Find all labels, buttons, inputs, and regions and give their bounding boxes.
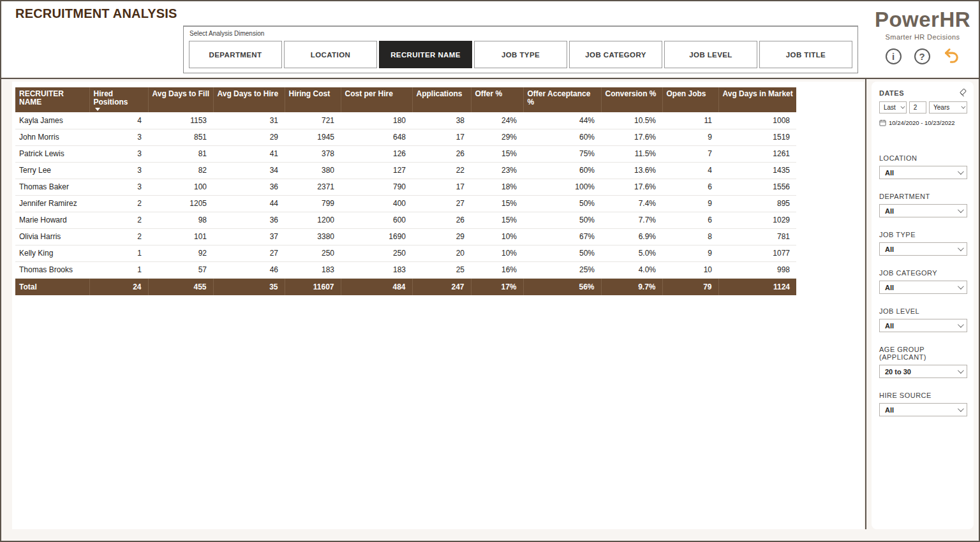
dimension-button-job-type[interactable]: JOB TYPE <box>474 41 567 68</box>
brand-logo: PowerHR <box>870 8 975 32</box>
value-cell: 2 <box>89 228 148 245</box>
table-row-jennifer-ramirez[interactable]: Jennifer Ramirez21205447994002715%50%7.4… <box>15 195 796 212</box>
column-header-applications[interactable]: Applications <box>412 87 471 112</box>
filter-dropdown-job-category[interactable]: All <box>879 281 967 294</box>
column-header-offer-acceptance[interactable]: Offer Acceptance % <box>523 87 601 112</box>
value-cell: 26 <box>412 145 471 162</box>
table-total-row: Total24455351160748424717%56%9.7%791124 <box>15 278 796 295</box>
filter-dropdown-job-type[interactable]: All <box>879 242 967 256</box>
recruiter-name-cell: John Morris <box>15 129 89 145</box>
filter-group-age-group-applicant: AGE GROUP (APPLICANT)20 to 30 <box>879 346 967 378</box>
header-divider <box>1 78 979 79</box>
table-row-patrick-lewis[interactable]: Patrick Lewis381413781262615%75%11.5%712… <box>15 145 796 162</box>
value-cell: 3380 <box>285 228 341 245</box>
value-cell: 1200 <box>285 212 341 228</box>
total-value-cell: 247 <box>412 278 471 295</box>
filter-dropdown-department[interactable]: All <box>879 204 967 217</box>
info-icon[interactable]: i <box>886 48 902 64</box>
header: RECRUITMENT ANALYSIS Select Analysis Dim… <box>1 1 979 77</box>
column-header-conversion[interactable]: Conversion % <box>601 87 662 112</box>
value-cell: 25% <box>523 261 601 278</box>
column-header-recruiter-name[interactable]: RECRUITER NAME <box>15 87 89 112</box>
recruiter-name-cell: Marie Howard <box>15 212 89 228</box>
chevron-down-icon <box>958 207 964 213</box>
filter-dropdown-location[interactable]: All <box>879 166 967 179</box>
value-cell: 8 <box>662 228 718 245</box>
table-row-terry-lee[interactable]: Terry Lee382343801272223%60%13.6%41435 <box>15 162 796 179</box>
filter-label-job-level: JOB LEVEL <box>879 307 967 315</box>
recruiter-name-cell: Olivia Harris <box>15 228 89 245</box>
value-cell: 34 <box>213 162 285 179</box>
filter-dropdown-job-level[interactable]: All <box>879 319 967 332</box>
table-row-olivia-harris[interactable]: Olivia Harris210137338016902910%67%6.9%8… <box>15 228 796 245</box>
value-cell: 3 <box>89 145 148 162</box>
value-cell: 400 <box>341 195 412 212</box>
value-cell: 18% <box>471 179 523 195</box>
dimension-button-department[interactable]: DEPARTMENT <box>189 41 282 68</box>
column-header-avg-days-to-fill[interactable]: Avg Days to Fill <box>148 87 213 112</box>
page-title: RECRUITMENT ANALYSIS <box>15 6 177 21</box>
clear-filter-eraser-icon[interactable] <box>959 89 967 97</box>
column-header-avg-days-in-market[interactable]: Avg Days in Market <box>718 87 796 112</box>
dates-unit-dropdown[interactable]: Years <box>929 101 967 114</box>
dates-value-input[interactable]: 2 <box>909 101 926 114</box>
value-cell: 67% <box>523 228 601 245</box>
value-cell: 721 <box>285 112 341 129</box>
table-row-kayla-james[interactable]: Kayla James41153317211803824%44%10.5%111… <box>15 112 796 129</box>
table-row-john-morris[interactable]: John Morris38512919456481729%60%17.6%915… <box>15 129 796 145</box>
dates-header: DATES <box>879 89 967 97</box>
recruiter-name-cell: Kayla James <box>15 112 89 129</box>
value-cell: 895 <box>718 195 796 212</box>
filter-dropdown-hire-source[interactable]: All <box>879 403 967 416</box>
filter-value: All <box>885 284 894 291</box>
recruiter-name-cell: Thomas Brooks <box>15 261 89 278</box>
value-cell: 50% <box>523 195 601 212</box>
column-header-avg-days-to-hire[interactable]: Avg Days to Hire <box>213 87 285 112</box>
value-cell: 7 <box>662 145 718 162</box>
column-header-hiring-cost[interactable]: Hiring Cost <box>285 87 341 112</box>
column-header-cost-per-hire[interactable]: Cost per Hire <box>341 87 412 112</box>
value-cell: 183 <box>341 261 412 278</box>
filter-label-department: DEPARTMENT <box>879 193 967 200</box>
dates-mode-dropdown[interactable]: Last <box>879 101 907 114</box>
value-cell: 9 <box>662 195 718 212</box>
chevron-down-icon <box>958 406 964 412</box>
value-cell: 600 <box>341 212 412 228</box>
table-row-kelly-king[interactable]: Kelly King192272502502010%50%5.0%91077 <box>15 245 796 261</box>
value-cell: 29 <box>213 129 285 145</box>
filter-dropdown-age-group-applicant[interactable]: 20 to 30 <box>879 365 967 378</box>
column-header-offer[interactable]: Offer % <box>471 87 523 112</box>
value-cell: 50% <box>523 212 601 228</box>
filter-value: All <box>885 245 894 253</box>
value-cell: 4.0% <box>601 261 662 278</box>
total-value-cell: 1124 <box>718 278 796 295</box>
chevron-down-icon <box>958 283 964 289</box>
dimension-button-job-category[interactable]: JOB CATEGORY <box>569 41 662 68</box>
chevron-down-icon <box>958 321 964 328</box>
table-row-thomas-baker[interactable]: Thomas Baker31003623717901718%100%17.6%6… <box>15 179 796 195</box>
filter-label-hire-source: HIRE SOURCE <box>879 392 967 399</box>
value-cell: 10% <box>471 228 523 245</box>
recruiter-name-cell: Patrick Lewis <box>15 145 89 162</box>
value-cell: 22 <box>412 162 471 179</box>
undo-icon[interactable] <box>943 47 960 66</box>
dimension-button-job-level[interactable]: JOB LEVEL <box>664 41 757 68</box>
value-cell: 1029 <box>718 212 796 228</box>
dimension-button-job-title[interactable]: JOB TITLE <box>759 41 852 68</box>
value-cell: 10% <box>471 245 523 261</box>
chevron-down-icon <box>961 105 965 109</box>
dimension-button-recruiter-name[interactable]: RECRUITER NAME <box>379 41 472 68</box>
table-row-marie-howard[interactable]: Marie Howard2983612006002615%50%7.7%6102… <box>15 212 796 228</box>
value-cell: 36 <box>213 212 285 228</box>
filters-sidebar: DATES Last 2 Years <box>872 82 974 529</box>
column-header-hired-positions[interactable]: Hired Positions <box>89 87 148 112</box>
value-cell: 183 <box>285 261 341 278</box>
value-cell: 27 <box>213 245 285 261</box>
value-cell: 25 <box>412 261 471 278</box>
table-row-thomas-brooks[interactable]: Thomas Brooks157461831832516%25%4.0%1099… <box>15 261 796 278</box>
dimension-button-location[interactable]: LOCATION <box>284 41 377 68</box>
filter-value: All <box>885 169 894 177</box>
column-header-open-jobs[interactable]: Open Jobs <box>662 87 718 112</box>
filter-value: All <box>885 406 894 414</box>
help-icon[interactable]: ? <box>914 48 930 64</box>
